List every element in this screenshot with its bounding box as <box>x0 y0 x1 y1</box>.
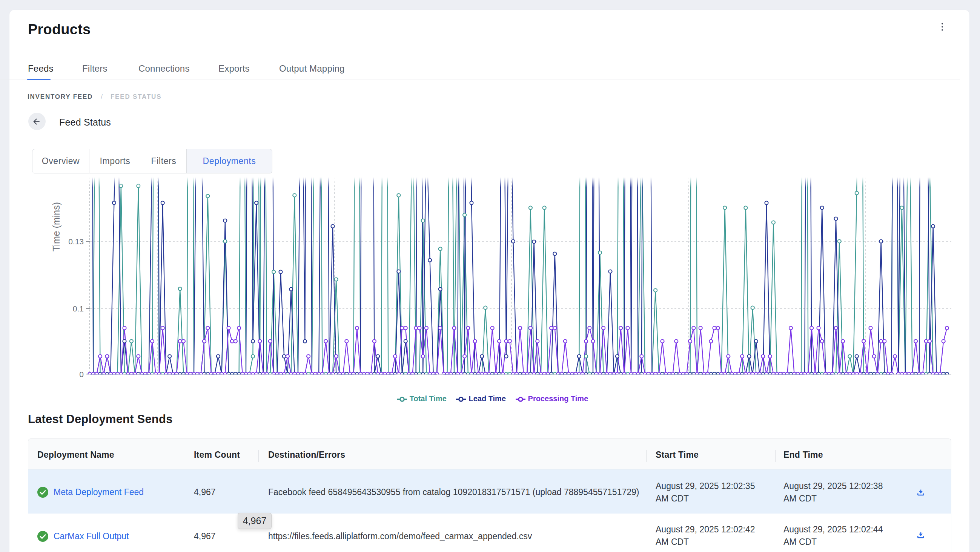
svg-text:0.13: 0.13 <box>68 237 84 246</box>
svg-text:Time (mins): Time (mins) <box>51 202 62 252</box>
svg-text:0: 0 <box>79 370 84 379</box>
svg-text:0.1: 0.1 <box>73 304 84 313</box>
